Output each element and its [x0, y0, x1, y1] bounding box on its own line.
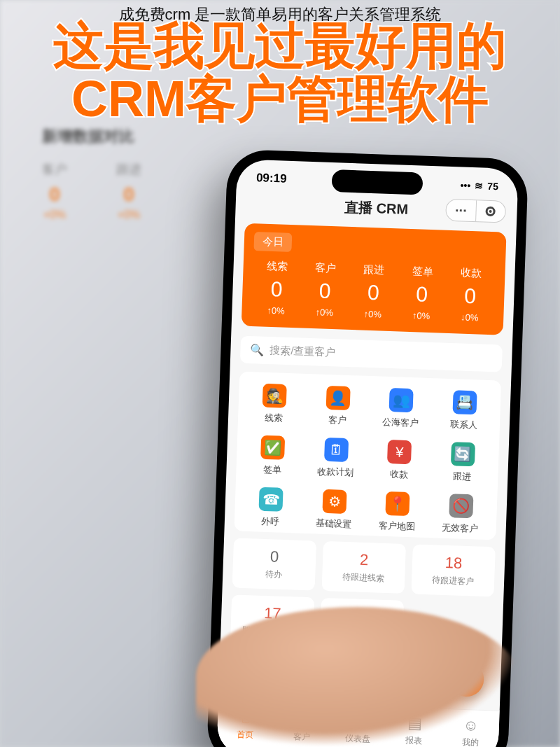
status-time: 09:19: [256, 171, 287, 186]
module-公海客户[interactable]: 👥 公海客户: [369, 387, 433, 430]
module-icon: 👥: [389, 388, 414, 412]
search-placeholder: 搜索/查重客户: [270, 344, 336, 359]
today-stats-card: 今日 线索 0 ↑0% 客户 0 ↑0% 跟进 0 ↑0% 签单 0 ↑0% 收…: [241, 223, 507, 335]
headline: 这是我见过最好用的CRM客户管理软件: [0, 20, 560, 125]
search-icon: 🔍: [250, 343, 265, 357]
module-无效客户[interactable]: 🚫 无效客户: [428, 493, 493, 536]
tile-0[interactable]: 0 待办: [232, 538, 316, 590]
search-input[interactable]: 🔍 搜索/查重客户: [240, 336, 503, 372]
module-icon: 🗓: [324, 438, 349, 462]
signal-icon: •••: [460, 179, 470, 191]
module-icon: 🕵: [262, 384, 287, 408]
module-icon: ✅: [260, 435, 285, 460]
module-icon: ¥: [387, 440, 412, 464]
miniprogram-capsule[interactable]: ···: [445, 199, 506, 223]
stat-col-2[interactable]: 跟进 0 ↑0%: [349, 263, 399, 320]
module-grid: 🕵 线索 👤 客户 👥 公海客户 📇 联系人 ✅ 签单 🗓 收款计划 ¥ 收款 …: [234, 372, 501, 540]
menu-icon[interactable]: ···: [446, 200, 477, 221]
module-icon: 📇: [452, 390, 477, 414]
notch: [331, 169, 423, 195]
module-线索[interactable]: 🕵 线索: [242, 383, 307, 426]
module-收款计划[interactable]: 🗓 收款计划: [304, 437, 368, 480]
stat-col-1[interactable]: 客户 0 ↑0%: [300, 261, 350, 319]
module-icon: ☎: [259, 487, 284, 512]
hand: [196, 607, 518, 747]
close-icon[interactable]: [476, 200, 506, 222]
battery-level: 75: [487, 181, 498, 193]
module-基础设置[interactable]: ⚙ 基础设置: [302, 489, 366, 531]
module-联系人[interactable]: 📇 联系人: [432, 389, 496, 432]
stat-col-3[interactable]: 签单 0 ↑0%: [397, 264, 447, 321]
module-客户[interactable]: 👤 客户: [305, 385, 370, 428]
today-label[interactable]: 今日: [253, 232, 292, 252]
stat-col-0[interactable]: 线索 0 ↑0%: [251, 259, 302, 316]
module-外呼[interactable]: ☎ 外呼: [239, 487, 303, 529]
module-icon: ⚙: [322, 489, 346, 514]
tile-1[interactable]: 2 待跟进线索: [322, 541, 406, 594]
module-icon: 🚫: [449, 494, 473, 518]
stat-col-4[interactable]: 收款 0 ↓0%: [445, 266, 496, 323]
module-收款[interactable]: ¥ 收款: [367, 439, 431, 482]
monitor-section: 新增数据对比: [42, 126, 336, 147]
module-签单[interactable]: ✅ 签单: [240, 435, 304, 477]
module-icon: 🔄: [451, 442, 475, 466]
module-icon: 👤: [326, 386, 350, 410]
module-icon: 📍: [386, 491, 410, 516]
page-title: 直播 CRM: [344, 198, 409, 219]
wifi-icon: ≋: [475, 180, 484, 191]
tile-2[interactable]: 18 待跟进客户: [411, 544, 495, 596]
module-跟进[interactable]: 🔄 跟进: [430, 441, 495, 484]
module-客户地图[interactable]: 📍 客户地图: [365, 491, 430, 533]
